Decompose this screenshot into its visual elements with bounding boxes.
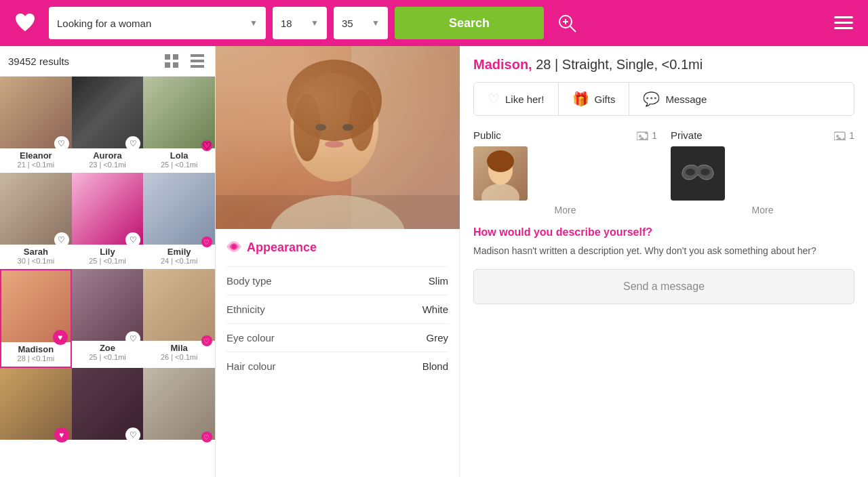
profile-card-r4a[interactable]: ♥ [0, 368, 72, 464]
public-count-value: 1 [652, 130, 657, 141]
ethnicity-row: Ethnicity White [226, 295, 448, 323]
message-label: Message [665, 94, 707, 105]
profile-detail: Appearance Body type Slim Ethnicity Whit… [216, 46, 868, 477]
card-name: Madison [1, 344, 71, 354]
svg-rect-11 [191, 54, 204, 57]
card-name: Aurora [72, 150, 144, 161]
active-indicator-emily: ♡ [201, 236, 212, 247]
gender-filter-label: Looking for a woman [57, 18, 151, 29]
list-view-button[interactable] [188, 51, 207, 70]
profile-card-emily[interactable]: ♡ Emily 24 | <0.1mi [143, 173, 215, 269]
profile-info: 28 | Straight, Single, <0.1mi [536, 57, 703, 72]
gifts-button[interactable]: 🎁 Gifts [559, 83, 630, 115]
detail-left: Appearance Body type Slim Ethnicity Whit… [216, 46, 460, 477]
svg-rect-12 [191, 60, 204, 62]
message-button[interactable]: 💬 Message [629, 83, 720, 115]
svg-point-16 [270, 195, 406, 229]
chevron-down-icon: ▼ [250, 18, 258, 28]
profiles-grid: ♡ Eleanor 21 | <0.1mi ♡ Aurora 23 | <0.1… [0, 77, 215, 464]
profile-card-zoe[interactable]: ♡ Zoe 25 | <0.1mi [72, 269, 144, 368]
svg-point-28 [645, 131, 648, 134]
gender-filter-dropdown[interactable]: Looking for a woman ▼ [49, 7, 266, 39]
svg-point-17 [290, 73, 378, 182]
gifts-label: Gifts [595, 94, 616, 105]
send-message-button[interactable]: Send a message [473, 269, 854, 304]
svg-point-21 [315, 124, 326, 131]
logo[interactable] [8, 6, 42, 40]
svg-point-19 [294, 94, 321, 161]
svg-rect-13 [191, 65, 204, 68]
public-photos-col: Public 1 [473, 129, 657, 215]
eye-colour-label: Eye colour [226, 332, 275, 344]
more-public-link[interactable]: More [473, 205, 657, 215]
results-count: 39452 results [8, 56, 155, 67]
body-type-value: Slim [429, 275, 448, 287]
private-photos-header: Private 1 [671, 129, 854, 141]
svg-point-27 [639, 135, 642, 138]
add-search-button[interactable] [551, 7, 583, 39]
profile-card-madison[interactable]: ♥ Madison 28 | <0.1mi [0, 269, 72, 368]
svg-point-34 [836, 135, 839, 138]
card-name [0, 442, 72, 452]
heart-icon: ♡ [488, 91, 500, 107]
private-count: 1 [834, 130, 854, 141]
ethnicity-value: White [422, 304, 448, 315]
card-meta: 30 | <0.1mi [0, 257, 72, 265]
profile-card-r4c[interactable]: ♡ [143, 368, 215, 464]
svg-point-35 [686, 169, 695, 175]
profile-card-r4b[interactable]: ♡ [72, 368, 144, 464]
card-meta: 25 | <0.1mi [143, 161, 215, 169]
card-name [143, 442, 215, 452]
search-button[interactable]: Search [395, 7, 544, 39]
profile-card-sarah[interactable]: ♡ Sarah 30 | <0.1mi [0, 173, 72, 269]
private-photo-thumb[interactable] [671, 146, 725, 201]
main-profile-photo [216, 46, 460, 229]
profile-card-eleanor[interactable]: ♡ Eleanor 21 | <0.1mi [0, 77, 72, 173]
card-meta [72, 452, 144, 460]
card-meta: 23 | <0.1mi [72, 161, 144, 169]
public-photo-thumb[interactable] [473, 146, 528, 201]
profile-card-aurora[interactable]: ♡ Aurora 23 | <0.1mi [72, 77, 144, 173]
card-meta: 26 | <0.1mi [143, 353, 215, 361]
svg-point-20 [349, 90, 374, 151]
like-button-sarah[interactable]: ♡ [54, 232, 69, 247]
age-max-dropdown[interactable]: 35 ▼ [334, 7, 388, 39]
card-meta: 25 | <0.1mi [72, 257, 144, 265]
like-button-r4a[interactable]: ♥ [54, 428, 69, 442]
profile-card-lola[interactable]: ♡ Lola 25 | <0.1mi [143, 77, 215, 173]
profile-card-lily[interactable]: ♡ Lily 25 | <0.1mi [72, 173, 144, 269]
active-indicator-mila: ♡ [201, 335, 212, 346]
menu-button[interactable] [827, 7, 860, 39]
grid-view-button[interactable] [162, 51, 181, 70]
message-icon: 💬 [643, 91, 660, 107]
card-name: Eleanor [0, 150, 72, 161]
like-button-madison[interactable]: ♥ [53, 330, 68, 345]
svg-rect-8 [173, 54, 178, 60]
svg-point-22 [342, 124, 353, 131]
more-private-link[interactable]: More [671, 205, 854, 215]
card-meta: 21 | <0.1mi [0, 161, 72, 169]
describe-section: How would you describe yourself? Madison… [473, 226, 854, 258]
public-label: Public [473, 129, 501, 141]
hair-colour-label: Hair colour [226, 360, 276, 372]
like-button[interactable]: ♡ Like her! [474, 83, 559, 115]
svg-point-36 [701, 169, 710, 175]
chevron-down-icon: ▼ [372, 18, 380, 28]
main-content: 39452 results ♡ Eleanor 21 | <0. [0, 46, 868, 477]
photos-section: Public 1 [473, 129, 854, 215]
ethnicity-label: Ethnicity [226, 304, 265, 315]
like-button-eleanor[interactable]: ♡ [54, 136, 69, 151]
body-type-label: Body type [226, 275, 272, 287]
svg-point-31 [487, 150, 514, 172]
svg-point-18 [287, 60, 382, 141]
card-meta [0, 452, 72, 460]
card-meta: 28 | <0.1mi [1, 354, 71, 362]
gift-icon: 🎁 [572, 91, 589, 107]
profile-card-mila[interactable]: ♡ Mila 26 | <0.1mi [143, 269, 215, 368]
age-min-dropdown[interactable]: 18 ▼ [273, 7, 327, 39]
age-min-value: 18 [281, 18, 292, 29]
public-photos-header: Public 1 [473, 129, 657, 141]
profile-headline: Madison, 28 | Straight, Single, <0.1mi [473, 57, 854, 72]
active-indicator-r4c: ♡ [201, 432, 212, 442]
card-meta: 25 | <0.1mi [72, 353, 144, 361]
